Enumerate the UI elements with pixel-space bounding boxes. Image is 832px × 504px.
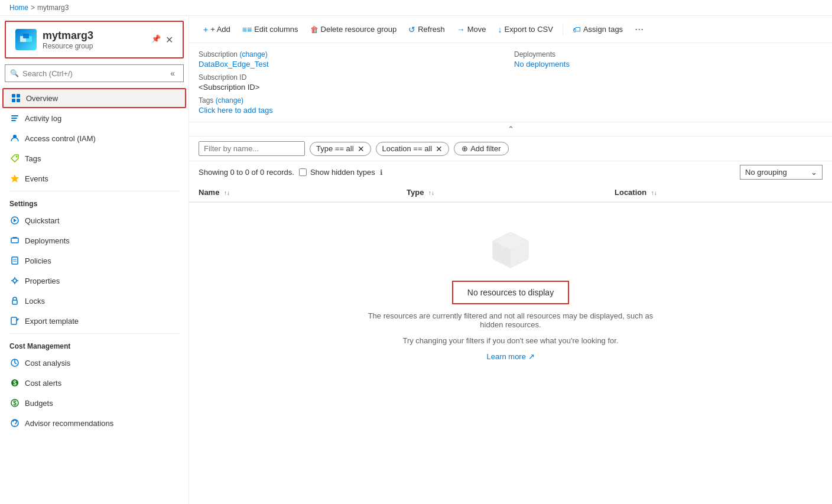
- external-link-icon: ↗: [528, 352, 535, 361]
- location-filter-close[interactable]: ✕: [436, 144, 443, 154]
- nav-quickstart[interactable]: Quickstart: [0, 210, 188, 230]
- nav-properties-label: Properties: [25, 277, 60, 285]
- resource-type: Resource group: [43, 42, 93, 50]
- pin-icon[interactable]: 📌: [151, 34, 161, 45]
- refresh-button[interactable]: ↺ Refresh: [404, 22, 450, 37]
- type-filter-close[interactable]: ✕: [358, 144, 365, 154]
- filter-name-input[interactable]: [199, 141, 305, 156]
- learn-more-link[interactable]: Learn more ↗: [486, 352, 534, 361]
- grouping-value: No grouping: [745, 168, 787, 177]
- table-body: No resources to display The resources ar…: [189, 203, 832, 504]
- nav-locks[interactable]: Locks: [0, 291, 188, 311]
- svg-rect-5: [12, 99, 15, 102]
- content-area: + + Add ≡≡ Edit columns 🗑 Delete resourc…: [189, 16, 832, 504]
- nav-budgets[interactable]: $ Budgets: [0, 393, 188, 413]
- overview-icon: [11, 93, 21, 103]
- resource-header: mytmarg3 Resource group 📌 ✕: [5, 21, 184, 58]
- nav-advisor[interactable]: Advisor recommendations: [0, 413, 188, 433]
- export-csv-button[interactable]: ↓ Export to CSV: [493, 22, 558, 37]
- locks-icon: [9, 295, 20, 306]
- nav-deployments-label: Deployments: [25, 236, 70, 245]
- delete-button[interactable]: 🗑 Delete resource group: [306, 22, 402, 37]
- table-header: Name ↑↓ Type ↑↓ Location ↑↓: [189, 183, 832, 203]
- move-button[interactable]: → Move: [452, 22, 491, 37]
- col-name[interactable]: Name ↑↓: [199, 188, 407, 197]
- nav-tags-label: Tags: [25, 154, 41, 163]
- nav-policies[interactable]: Policies: [0, 251, 188, 271]
- nav-events-label: Events: [25, 174, 48, 183]
- nav-properties[interactable]: Properties: [0, 271, 188, 291]
- nav-budgets-label: Budgets: [25, 399, 53, 408]
- empty-title: No resources to display: [452, 281, 569, 304]
- filter-bar: Type == all ✕ Location == all ✕ ⊕ Add fi…: [189, 136, 832, 161]
- nav-tags[interactable]: Tags: [0, 148, 188, 168]
- tags-change-link[interactable]: (change): [216, 96, 243, 105]
- nav-activity-log[interactable]: Activity log: [0, 108, 188, 128]
- type-filter-tag[interactable]: Type == all ✕: [310, 142, 371, 156]
- nav-access-control[interactable]: Access control (IAM): [0, 128, 188, 148]
- collapse-info-btn[interactable]: ⌃: [189, 122, 832, 136]
- edit-columns-button[interactable]: ≡≡ Edit columns: [238, 22, 303, 37]
- nav-overview-label: Overview: [26, 94, 58, 103]
- nav-cost-analysis-label: Cost analysis: [25, 359, 70, 368]
- svg-rect-7: [11, 115, 18, 116]
- edit-columns-icon: ≡≡: [242, 25, 252, 34]
- grouping-chevron-icon: ⌄: [811, 168, 817, 177]
- type-filter-label: Type == all: [316, 144, 354, 153]
- breadcrumb-home[interactable]: Home: [9, 4, 28, 12]
- export-csv-label: Export to CSV: [505, 25, 553, 34]
- search-box: 🔍 «: [5, 64, 184, 82]
- grouping-dropdown[interactable]: No grouping ⌄: [740, 165, 823, 180]
- svg-text:$: $: [13, 380, 17, 386]
- nav-access-control-label: Access control (IAM): [25, 134, 96, 143]
- search-icon: 🔍: [10, 69, 19, 77]
- access-control-icon: [9, 133, 20, 144]
- nav-overview[interactable]: Overview: [2, 88, 186, 108]
- edit-columns-label: Edit columns: [254, 25, 298, 34]
- col-location[interactable]: Location ↑↓: [615, 188, 823, 197]
- empty-cube-icon: [487, 226, 534, 274]
- show-hidden-text: Show hidden types: [310, 168, 375, 177]
- empty-desc-2: Try changing your filters if you don't s…: [402, 336, 618, 345]
- show-hidden-checkbox[interactable]: [299, 168, 307, 176]
- collapse-sidebar-btn[interactable]: «: [167, 67, 178, 79]
- svg-rect-24: [12, 300, 17, 304]
- name-sort-icon: ↑↓: [224, 190, 230, 196]
- subscription-change-link[interactable]: (change): [239, 50, 267, 58]
- info-icon[interactable]: ℹ: [380, 168, 383, 177]
- move-icon: →: [457, 25, 465, 34]
- assign-tags-label: Assign tags: [583, 25, 623, 34]
- export-icon: ↓: [498, 25, 502, 34]
- advisor-icon: [9, 418, 20, 428]
- svg-rect-4: [17, 94, 20, 97]
- subscription-id-value: <Subscription ID>: [199, 83, 507, 92]
- more-button[interactable]: ···: [630, 21, 648, 38]
- assign-tags-icon: 🏷: [573, 25, 581, 34]
- nav-export-template[interactable]: Export template: [0, 311, 188, 331]
- nav-export-template-label: Export template: [25, 317, 79, 326]
- quickstart-icon: [9, 215, 20, 226]
- close-icon[interactable]: ✕: [165, 34, 173, 45]
- show-hidden-label[interactable]: Show hidden types: [299, 168, 375, 177]
- nav-cost-analysis[interactable]: Cost analysis: [0, 353, 188, 373]
- deployments-value-link[interactable]: No deployments: [514, 60, 570, 69]
- export-template-icon: [9, 316, 20, 326]
- add-filter-button[interactable]: ⊕ Add filter: [454, 142, 508, 155]
- breadcrumb-current: mytmarg3: [37, 4, 69, 12]
- nav-events[interactable]: Events: [0, 168, 188, 188]
- nav-deployments[interactable]: Deployments: [0, 230, 188, 251]
- add-button[interactable]: + + Add: [199, 22, 235, 37]
- svg-rect-9: [11, 120, 16, 121]
- delete-icon: 🗑: [310, 25, 318, 34]
- nav-locks-label: Locks: [25, 297, 45, 305]
- nav-cost-alerts[interactable]: $ Cost alerts: [0, 373, 188, 393]
- add-tags-link[interactable]: Click here to add tags: [199, 106, 273, 115]
- col-type[interactable]: Type ↑↓: [407, 188, 615, 197]
- search-input[interactable]: [22, 69, 163, 78]
- location-filter-tag[interactable]: Location == all ✕: [376, 142, 450, 156]
- subscription-id-label: Subscription ID: [199, 73, 507, 82]
- assign-tags-button[interactable]: 🏷 Assign tags: [568, 22, 628, 37]
- subscription-value-link[interactable]: DataBox_Edge_Test: [199, 60, 269, 69]
- svg-rect-3: [12, 94, 15, 97]
- svg-rect-8: [11, 118, 17, 119]
